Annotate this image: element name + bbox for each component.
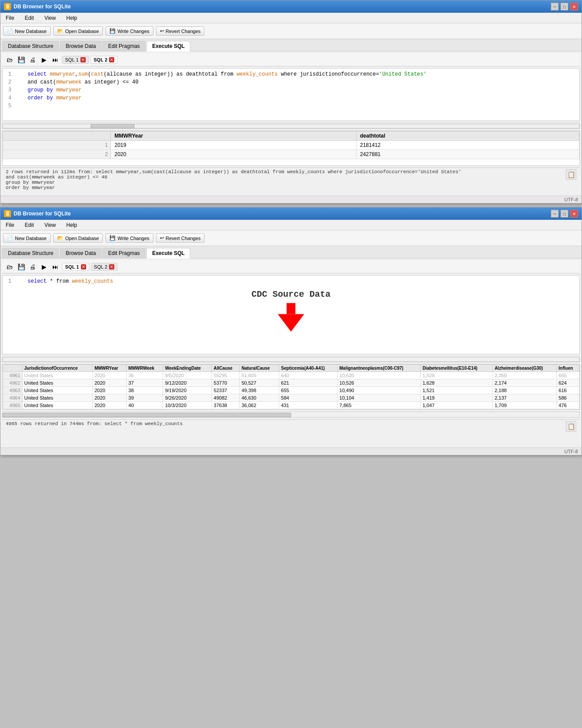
sql-tab-close-2-2[interactable]: ✕: [109, 264, 114, 269]
maximize-btn-1[interactable]: □: [560, 3, 568, 11]
code-line-4: 4 order by mmwryear: [4, 94, 578, 102]
sql-icon-2-1[interactable]: 🗁: [5, 262, 15, 272]
col-header-septicemia[interactable]: Septicemia(A40-A41): [279, 365, 338, 372]
new-database-btn-1[interactable]: 📄 New Database: [3, 26, 51, 36]
sql-icon-3[interactable]: 🖨: [28, 55, 37, 65]
content-area-2: 🗁 💾 🖨 ▶ ⏭ SQL 1 ✕ SQL 2 ✕ 1 select * fro…: [0, 258, 582, 448]
utf-bar-1: UTF-8: [0, 196, 582, 203]
tabs-bar-1: Database Structure Browse Data Edit Prag…: [0, 39, 582, 51]
col-header-mmwrweek[interactable]: MMWRWeek: [127, 365, 163, 372]
menu-edit-2[interactable]: Edit: [21, 221, 37, 229]
title-bar-1: 🗄 DB Browser for SQLite ─ □ ✕: [0, 0, 582, 13]
sql-toolbar-2: 🗁 💾 🖨 ▶ ⏭ SQL 1 ✕ SQL 2 ✕: [2, 260, 580, 273]
sql-tab-2-1[interactable]: SQL 1 ✕: [62, 263, 89, 271]
toolbar-2: 📄 New Database 📂 Open Database 💾 Write C…: [0, 230, 582, 246]
minimize-btn-2[interactable]: ─: [551, 210, 559, 218]
write-changes-btn-1[interactable]: 💾 Write Changes: [105, 26, 153, 36]
maximize-btn-2[interactable]: □: [560, 210, 568, 218]
write-icon-2: 💾: [109, 235, 116, 241]
menu-view-1[interactable]: View: [41, 14, 59, 22]
col-header-malignant[interactable]: Malignantneoplasms(C00-C97): [338, 365, 421, 372]
close-btn-1[interactable]: ✕: [570, 3, 578, 11]
col-header-deathtotal-1[interactable]: deathtotal: [356, 131, 579, 141]
run-single-btn-1[interactable]: ⏭: [51, 55, 60, 65]
run-btn-2[interactable]: ▶: [39, 262, 49, 272]
col-header-jurisdiction[interactable]: JurisdictionofOccurrence: [22, 365, 93, 372]
revert-changes-btn-2[interactable]: ↩ Revert Changes: [156, 233, 205, 243]
tab-execute-sql-1[interactable]: Execute SQL: [146, 41, 190, 51]
sql-tab-2-2[interactable]: SQL 2 ✕: [91, 263, 118, 271]
tab-database-structure-2[interactable]: Database Structure: [2, 248, 59, 258]
tab-edit-pragmas-2[interactable]: Edit Pragmas: [102, 248, 146, 258]
results-table-2: JurisdictionofOccurrence MMWRYear MMWRWe…: [2, 364, 580, 410]
sql-icon-2[interactable]: 💾: [16, 55, 26, 65]
tab-database-structure-1[interactable]: Database Structure: [2, 41, 59, 51]
col-header-mmwryear[interactable]: MMWRYear: [92, 365, 126, 372]
write-changes-btn-2[interactable]: 💾 Write Changes: [105, 233, 153, 243]
window-controls-1: ─ □ ✕: [551, 3, 578, 11]
new-db-icon-1: 📄: [7, 28, 13, 34]
sql-tab-close-2[interactable]: ✕: [109, 57, 114, 62]
tab-edit-pragmas-1[interactable]: Edit Pragmas: [102, 41, 146, 51]
status-icon-1[interactable]: 📋: [566, 169, 576, 180]
menu-file-2[interactable]: File: [2, 221, 18, 229]
col-header-influen[interactable]: Influen: [557, 365, 579, 372]
new-database-btn-2[interactable]: 📄 New Database: [3, 233, 51, 243]
menu-help-2[interactable]: Help: [63, 221, 81, 229]
code-editor-1[interactable]: 1 select mmwryear,sum(cast(allcause as i…: [2, 68, 580, 121]
sql-tab-1[interactable]: SQL 1 ✕: [62, 56, 89, 64]
col-header-alzheimer[interactable]: Alzheimerdisease(G30): [493, 365, 557, 372]
sql-toolbar-1: 🗁 💾 🖨 ▶ ⏭ SQL 1 ✕ SQL 2 ✕: [2, 53, 580, 66]
sql-tab-2[interactable]: SQL 2 ✕: [91, 56, 118, 64]
close-btn-2[interactable]: ✕: [570, 210, 578, 218]
col-header-empty-2: [3, 365, 22, 372]
code-editor-2[interactable]: 1 select * from weekly_counts CDC Source…: [2, 275, 580, 354]
h-scrollbar-2[interactable]: [2, 356, 580, 362]
app-icon-2: 🗄: [4, 210, 11, 217]
code-line-3: 3 group by mmwryear: [4, 86, 578, 94]
app-icon-1: 🗄: [4, 3, 11, 10]
cdc-title: CDC Source Data: [251, 289, 331, 299]
col-header-weekending[interactable]: WeekEndingDate: [163, 365, 212, 372]
sql-tab-close-1[interactable]: ✕: [80, 57, 86, 62]
tab-execute-sql-2[interactable]: Execute SQL: [146, 248, 190, 258]
col-header-naturalcause[interactable]: NaturalCause: [240, 365, 279, 372]
table-row: 4961 United States 2020 36 9/5/2020 5529…: [3, 372, 579, 379]
new-db-icon-2: 📄: [7, 235, 13, 241]
tab-browse-data-1[interactable]: Browse Data: [60, 41, 102, 51]
table-row: 1 2019 2181412: [3, 141, 579, 150]
run-single-btn-2[interactable]: ⏭: [51, 262, 60, 272]
menu-view-2[interactable]: View: [41, 221, 59, 229]
col-header-allcause[interactable]: AllCause: [212, 365, 240, 372]
window-title-1: DB Browser for SQLite: [14, 4, 71, 10]
open-db-icon-1: 📂: [57, 28, 63, 34]
col-header-mmwryear-1[interactable]: MMWRYear: [111, 131, 356, 141]
menu-bar-2: File Edit View Help: [0, 220, 582, 230]
open-database-btn-1[interactable]: 📂 Open Database: [53, 26, 103, 36]
window-title-2: DB Browser for SQLite: [14, 211, 71, 217]
revert-changes-btn-1[interactable]: ↩ Revert Changes: [156, 26, 205, 36]
h-scrollbar-1[interactable]: [2, 123, 580, 129]
col-header-diabetes[interactable]: Diabetesmellitus(E10-E14): [421, 365, 493, 372]
results-data-table-1: MMWRYear deathtotal 1 2019 2181412 2 202…: [3, 131, 579, 159]
results-table-1: MMWRYear deathtotal 1 2019 2181412 2 202…: [2, 131, 580, 166]
sql-icon-2-2[interactable]: 💾: [16, 262, 26, 272]
tabs-bar-2: Database Structure Browse Data Edit Prag…: [0, 246, 582, 258]
sql-icon-1[interactable]: 🗁: [5, 55, 15, 65]
h-scrollbar-2b[interactable]: [2, 411, 580, 418]
run-btn-1[interactable]: ▶: [39, 55, 49, 65]
menu-edit-1[interactable]: Edit: [21, 14, 37, 22]
window-controls-2: ─ □ ✕: [551, 210, 578, 218]
table-row: 2 2020 2427881: [3, 150, 579, 159]
write-icon-1: 💾: [109, 28, 116, 34]
minimize-btn-1[interactable]: ─: [551, 3, 559, 11]
sql-tab-close-2-1[interactable]: ✕: [81, 264, 86, 269]
tab-browse-data-2[interactable]: Browse Data: [60, 248, 102, 258]
menu-file-1[interactable]: File: [2, 14, 18, 22]
open-database-btn-2[interactable]: 📂 Open Database: [53, 233, 103, 243]
status-icon-2[interactable]: 📋: [566, 421, 576, 432]
sql-icon-2-3[interactable]: 🖨: [28, 262, 37, 272]
results-data-table-2: JurisdictionofOccurrence MMWRYear MMWRWe…: [3, 364, 579, 409]
status-bar-1: 2 rows returned in 112ms from: select mm…: [2, 167, 580, 194]
menu-help-1[interactable]: Help: [63, 14, 81, 22]
